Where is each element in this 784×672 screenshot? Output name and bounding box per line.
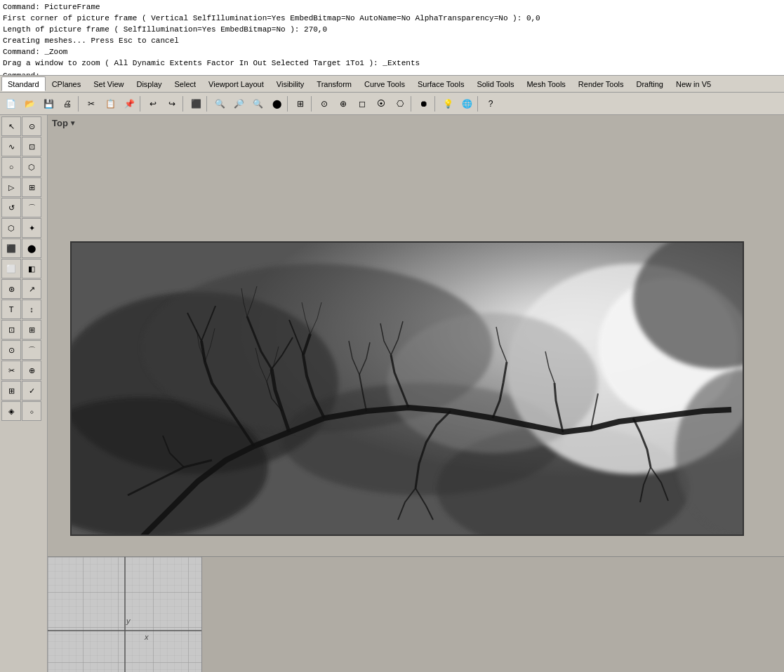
print-btn[interactable]: 🖨 — [58, 95, 77, 113]
viewport-bottom: x y — [48, 556, 784, 672]
paste-btn[interactable]: 📌 — [120, 95, 138, 113]
star-tool[interactable]: ✦ — [22, 218, 41, 238]
sidebar-row-4: ↺⌒ — [1, 198, 46, 217]
menu-tab-mesh-tools[interactable]: Mesh Tools — [520, 76, 571, 91]
sidebar-row-13: ⊞✓ — [1, 381, 46, 401]
zoom-in-btn[interactable]: 🔎 — [230, 95, 248, 113]
svg-text:x: x — [144, 633, 149, 641]
sphere-tool[interactable]: ⬤ — [22, 238, 41, 258]
split-tool[interactable]: ⊕ — [22, 361, 41, 380]
fillet-tool[interactable]: ⊙ — [1, 340, 21, 360]
menu-tab-set-view[interactable]: Set View — [87, 76, 130, 91]
camera-tool[interactable]: ⊙ — [22, 116, 41, 136]
menu-tab-surface-tools[interactable]: Surface Tools — [411, 76, 470, 91]
command-line-5: Command: _Zoom — [3, 46, 781, 58]
cut-btn[interactable]: ✂ — [82, 95, 100, 113]
command-line-3: Length of picture frame ( SelfIlluminati… — [3, 24, 781, 35]
lights-btn[interactable]: 💡 — [439, 95, 457, 113]
menu-tab-display[interactable]: Display — [130, 76, 168, 91]
osnap-btn[interactable]: ⦿ — [372, 95, 390, 113]
point-tool[interactable]: ◈ — [1, 401, 21, 421]
redo-btn[interactable]: ↪ — [163, 95, 181, 113]
menu-tab-viewport-layout[interactable]: Viewport Layout — [202, 76, 270, 91]
command-line-4: Creating meshes... Press Esc to cancel — [3, 35, 781, 46]
zoom-out-btn[interactable]: 🔍 — [248, 95, 267, 113]
menu-tab-transform[interactable]: Transform — [310, 76, 358, 91]
toolbar-separator — [411, 96, 413, 112]
sidebar-row-2: ○⬡ — [1, 157, 46, 177]
viewport-label-text: Top — [52, 118, 68, 128]
plane-tool[interactable]: ⬜ — [1, 259, 21, 278]
viewport-dropdown-icon[interactable]: ▼ — [69, 119, 77, 127]
new-btn[interactable]: 📄 — [1, 95, 20, 113]
snap-btn[interactable]: ⊙ — [315, 95, 333, 113]
landscape-image — [72, 243, 744, 536]
osnap2-btn[interactable]: ⎔ — [391, 95, 409, 113]
toolbar-separator — [311, 96, 314, 112]
sidebar-row-7: ⬜◧ — [1, 259, 46, 278]
select-btn[interactable]: ⬛ — [187, 95, 205, 113]
toolbar-separator — [182, 96, 185, 112]
menu-tab-visibility[interactable]: Visibility — [270, 76, 311, 91]
viewport-label: Top ▼ — [52, 118, 77, 128]
help-btn[interactable]: ? — [481, 95, 500, 113]
zoom-extents-btn[interactable]: ⬤ — [267, 95, 286, 113]
menu-tab-new-in-v5[interactable]: New in V5 — [670, 76, 717, 91]
command-area: Command: PictureFrame First corner of pi… — [0, 0, 784, 76]
rect-tool[interactable]: ⊞ — [22, 177, 41, 197]
menu-tab-render-tools[interactable]: Render Tools — [572, 76, 630, 91]
menu-tab-standard[interactable]: Standard — [1, 76, 46, 91]
menu-tab-drafting[interactable]: Drafting — [630, 76, 670, 91]
copy-btn[interactable]: 📋 — [101, 95, 119, 113]
sidebar-row-5: ⬡✦ — [1, 218, 46, 238]
open-btn[interactable]: 📂 — [20, 95, 39, 113]
menu-tab-select[interactable]: Select — [168, 76, 203, 91]
polygon-tool[interactable]: ⬡ — [22, 157, 41, 177]
sidebar-row-8: ⊛↗ — [1, 279, 46, 299]
rotate-tool[interactable]: ↺ — [1, 198, 21, 217]
command-prompt[interactable]: Command: — [3, 70, 781, 76]
main-layout: ↖⊙∿⊡○⬡▷⊞↺⌒⬡✦⬛⬤⬜◧⊛↗T↕⊡⊞⊙⌒✂⊕⊞✓◈⬦ Top ▼ — [0, 115, 784, 672]
grid-btn[interactable]: ⊞ — [291, 95, 310, 113]
circle-tool[interactable]: ○ — [1, 157, 21, 177]
sidebar-row-6: ⬛⬤ — [1, 238, 46, 258]
render-btn[interactable]: 🌐 — [458, 95, 476, 113]
group-tool[interactable]: ⊞ — [1, 381, 21, 401]
move-tool[interactable]: ↗ — [22, 279, 41, 299]
arc2-tool[interactable]: ⌒ — [22, 198, 41, 217]
sidebar-row-9: T↕ — [1, 300, 46, 319]
scale-tool[interactable]: ↕ — [22, 300, 41, 319]
menu-tab-solid-tools[interactable]: Solid Tools — [470, 76, 520, 91]
grid-panel: x y — [48, 557, 202, 672]
toolbar-separator — [287, 96, 290, 112]
extrude-tool[interactable]: ◧ — [22, 259, 41, 278]
arc-tool[interactable]: ▷ — [1, 177, 21, 197]
zoom-window-btn[interactable]: 🔍 — [211, 95, 229, 113]
curve-tool[interactable]: ∿ — [1, 137, 21, 156]
sidebar-row-14: ◈⬦ — [1, 401, 46, 421]
blend-tool[interactable]: ⌒ — [22, 340, 41, 360]
menu-tab-curve-tools[interactable]: Curve Tools — [358, 76, 411, 91]
check-tool[interactable]: ✓ — [22, 381, 41, 401]
toolbar-separator — [477, 96, 480, 112]
viewport-top[interactable]: Top ▼ — [48, 115, 784, 556]
planar-btn[interactable]: ◻ — [353, 95, 371, 113]
save-btn[interactable]: 💾 — [39, 95, 58, 113]
record-btn[interactable]: ⏺ — [415, 95, 433, 113]
solid-tool[interactable]: ⬛ — [1, 238, 21, 258]
grid-canvas: x y — [48, 557, 201, 672]
sidebar-row-10: ⊡⊞ — [1, 320, 46, 340]
dot-tool[interactable]: ⬦ — [22, 401, 41, 421]
revolve-tool[interactable]: ⊛ — [1, 279, 21, 299]
mirror-tool[interactable]: ⊞ — [22, 320, 41, 340]
text-tool[interactable]: T — [1, 300, 21, 319]
select-tool[interactable]: ↖ — [1, 116, 21, 136]
menu-tab-cplanes[interactable]: CPlanes — [46, 76, 88, 91]
box-tool[interactable]: ⊡ — [22, 137, 41, 156]
array-tool[interactable]: ⊡ — [1, 320, 21, 340]
trim-tool[interactable]: ✂ — [1, 361, 21, 380]
ortho-btn[interactable]: ⊕ — [334, 95, 352, 113]
undo-btn[interactable]: ↩ — [144, 95, 162, 113]
sidebar-row-3: ▷⊞ — [1, 177, 46, 197]
hex-tool[interactable]: ⬡ — [1, 218, 21, 238]
